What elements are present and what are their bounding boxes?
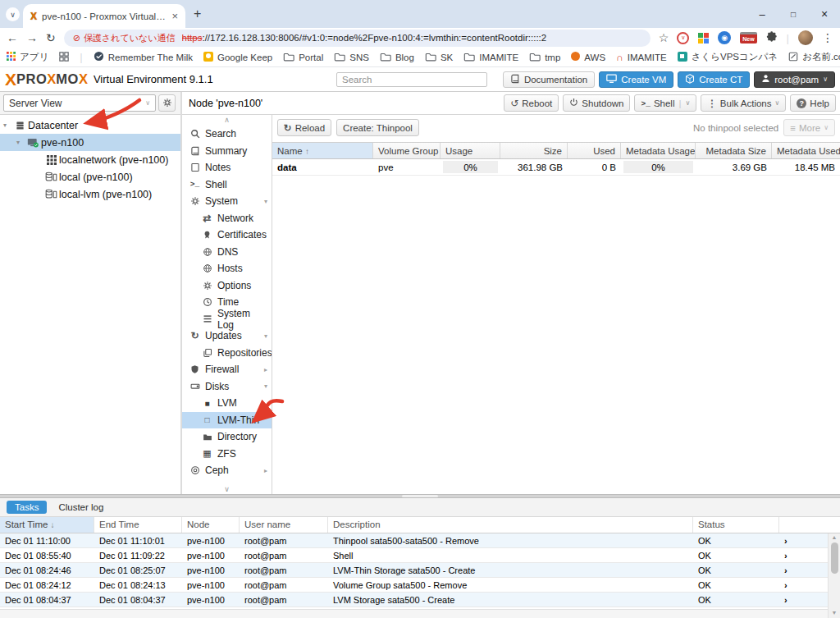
column-header-size[interactable]: Size <box>500 143 568 158</box>
profile-avatar[interactable] <box>798 30 813 45</box>
bookmark-item[interactable]: Portal <box>283 52 323 63</box>
column-header-used[interactable]: Used <box>568 143 621 158</box>
tree-expander-icon[interactable]: ▾ <box>3 121 12 129</box>
task-row[interactable]: Dec 01 11:10:00 Dec 01 11:10:01 pve-n100… <box>0 533 840 548</box>
nav-item[interactable]: Certificates <box>182 227 272 244</box>
task-row[interactable]: Dec 01 08:24:12 Dec 01 08:24:13 pve-n100… <box>0 578 840 593</box>
reload-icon[interactable]: ↻ <box>46 31 56 44</box>
window-minimize-button[interactable]: – <box>746 0 778 28</box>
window-close-button[interactable]: × <box>809 0 840 28</box>
column-header-metadata-usage[interactable]: Metadata Usage <box>621 143 696 158</box>
tab-search-button[interactable]: ∨ <box>6 7 20 21</box>
create-vm-button[interactable]: Create VM <box>599 71 673 88</box>
bookmark-star-icon[interactable]: ☆ <box>659 31 669 44</box>
global-search-input[interactable] <box>336 72 487 87</box>
more-button[interactable]: ≡More∨ <box>783 119 835 136</box>
address-bar[interactable]: ⊘保護されていない通信 https://172.16.128.130:8006/… <box>64 30 651 47</box>
nav-item[interactable]: ⇄ Network <box>182 210 272 227</box>
reload-button[interactable]: ↻Reload <box>277 119 331 136</box>
column-header-usage[interactable]: Usage <box>441 143 500 158</box>
nav-expander-icon[interactable]: ▸ <box>264 366 267 373</box>
splitter-grip-icon[interactable] <box>402 495 438 497</box>
shell-button[interactable]: >_Shell|∨ <box>634 94 696 112</box>
scroll-down-arrow-icon[interactable]: ▼ <box>829 609 840 617</box>
tree-item[interactable]: ▾ Datacenter <box>0 117 180 134</box>
nav-item[interactable]: >_ Shell <box>182 176 272 194</box>
help-button[interactable]: ?Help <box>790 94 836 112</box>
nav-item[interactable]: ▦ ZFS <box>182 446 272 463</box>
column-header-name[interactable]: Name ↑ <box>272 143 373 158</box>
extensions-puzzle-icon[interactable] <box>766 30 778 45</box>
create-ct-button[interactable]: Create CT <box>678 71 750 88</box>
nav-item[interactable]: Hosts <box>182 260 272 277</box>
tree-item[interactable]: ▾ pve-n100 <box>0 134 180 151</box>
nav-expander-icon[interactable]: ▾ <box>264 382 267 390</box>
column-header-status[interactable]: Status <box>693 517 779 533</box>
bookmark-apps[interactable]: アプリ <box>7 51 48 63</box>
column-header-start-time[interactable]: Start Time ↓ <box>0 517 94 533</box>
nav-expander-icon[interactable]: ▾ <box>264 332 267 340</box>
bookmark-item[interactable]: Remember The Milk <box>94 51 193 63</box>
tab-cluster-log[interactable]: Cluster log <box>58 502 103 512</box>
nav-item[interactable]: Summary <box>182 143 272 160</box>
new-badge-extension-icon[interactable]: New <box>740 32 756 43</box>
onepassword-extension-icon[interactable]: ◉ <box>718 31 731 44</box>
bookmark-item[interactable]: IMAMITE <box>463 52 518 63</box>
task-row[interactable]: Dec 01 08:24:46 Dec 01 08:25:07 pve-n100… <box>0 563 840 578</box>
bookmark-item[interactable]: ∩IMAMITE <box>616 53 667 62</box>
tasks-scrollbar[interactable]: ▲ ▼ <box>828 533 840 618</box>
nav-item[interactable]: Repositories <box>182 345 272 362</box>
column-header-metadata-size[interactable]: Metadata Size <box>696 143 772 158</box>
nav-item[interactable]: □ LVM-Thin <box>182 412 272 429</box>
tree-item[interactable]: local-lvm (pve-n100) <box>0 185 180 203</box>
nav-item[interactable]: Firewall ▸ <box>182 361 272 378</box>
view-settings-button[interactable] <box>158 94 176 112</box>
nav-item[interactable]: Directory <box>182 428 272 446</box>
column-header-metadata-used[interactable]: Metadata Used <box>772 143 840 158</box>
bookmark-item[interactable]: AWS <box>571 52 605 62</box>
nav-item[interactable]: System ▾ <box>182 193 272 210</box>
documentation-button[interactable]: Documentation <box>503 71 595 88</box>
tree-item[interactable]: localnetwork (pve-n100) <box>0 151 180 168</box>
bookmark-item[interactable]: さくらVPSコンパネ <box>678 51 778 63</box>
nav-item[interactable]: ■ LVM <box>182 395 272 412</box>
bookmark-item[interactable]: お名前.com <box>788 51 840 63</box>
security-badge[interactable]: ⊘保護されていない通信 <box>73 32 176 44</box>
nav-item[interactable]: Disks ▾ <box>182 378 272 396</box>
user-menu-button[interactable]: root@pam∨ <box>754 71 835 88</box>
nav-item[interactable]: Ceph ▸ <box>182 462 272 479</box>
column-header-end-time[interactable]: End Time <box>94 517 182 533</box>
thinpool-row[interactable]: data pve 0% 361.98 GB 0 B 0% 3.69 GB 18.… <box>272 159 840 176</box>
nav-item[interactable]: Options <box>182 277 272 295</box>
task-row[interactable]: Dec 01 08:55:40 Dec 01 11:09:22 pve-n100… <box>0 548 840 563</box>
tab-tasks[interactable]: Tasks <box>7 501 47 514</box>
bookmark-item[interactable]: Blog <box>380 52 414 63</box>
tree-expander-icon[interactable]: ▾ <box>16 139 25 146</box>
bookmark-item[interactable]: Google Keep <box>203 52 272 63</box>
column-header-description[interactable]: Description <box>328 517 693 533</box>
nav-expander-icon[interactable]: ▸ <box>264 467 267 474</box>
task-row[interactable]: Dec 01 08:04:37 Dec 01 08:04:37 pve-n100… <box>0 593 840 607</box>
nav-item[interactable]: Search <box>182 126 272 143</box>
scrollbar-thumb[interactable] <box>831 542 838 574</box>
column-header-user-name[interactable]: User name <box>240 517 328 533</box>
chevron-down-icon[interactable]: ∨ <box>685 99 690 107</box>
scroll-up-icon[interactable]: ∧ <box>182 115 272 126</box>
column-header-volume-group[interactable]: Volume Group <box>373 143 441 158</box>
column-header-node[interactable]: Node <box>182 517 240 533</box>
nav-item[interactable]: DNS <box>182 244 272 261</box>
nav-expander-icon[interactable]: ▾ <box>264 198 267 205</box>
scroll-down-icon[interactable]: ∨ <box>182 485 272 493</box>
back-icon[interactable]: ← <box>7 31 18 44</box>
browser-tab[interactable]: X pve-n100 - Proxmox Virtual En × <box>23 4 185 28</box>
tree-item[interactable]: local (pve-n100) <box>0 168 180 185</box>
reboot-button[interactable]: ↺Reboot <box>504 94 559 112</box>
reading-list-grid-icon[interactable] <box>59 52 69 63</box>
create-thinpool-button[interactable]: Create: Thinpool <box>336 119 419 136</box>
window-maximize-button[interactable]: □ <box>778 0 809 28</box>
google-extension-icon[interactable] <box>698 33 709 43</box>
view-selector[interactable]: Server View∨ <box>3 94 156 112</box>
shutdown-button[interactable]: Shutdown <box>563 94 630 112</box>
new-tab-button[interactable]: + <box>194 7 201 21</box>
scroll-up-arrow-icon[interactable]: ▲ <box>829 533 840 542</box>
